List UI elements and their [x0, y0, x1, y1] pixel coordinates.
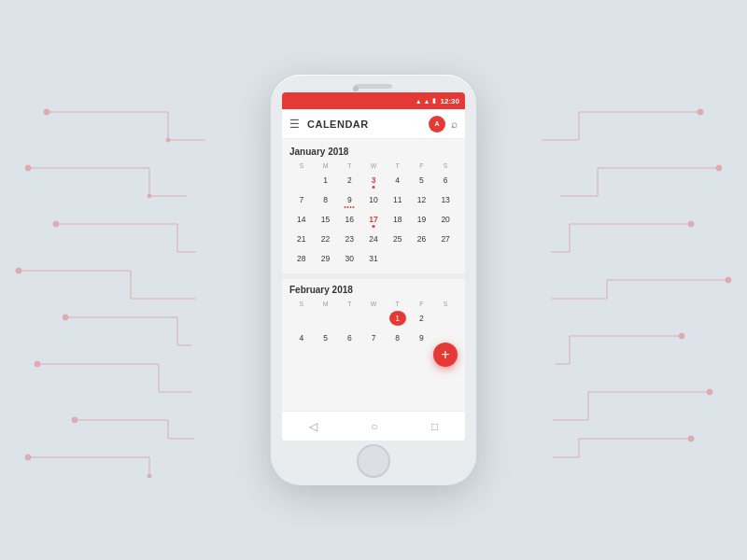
menu-icon[interactable]: ☰ — [289, 118, 300, 131]
feb-day-7[interactable]: 7 — [361, 329, 386, 347]
feb-day-6[interactable]: 6 — [337, 329, 361, 347]
jan-day-22[interactable]: 22 — [314, 230, 338, 248]
jan-day-31[interactable]: 31 — [361, 249, 386, 268]
feb-empty-3 — [337, 309, 361, 328]
feb-day-1[interactable]: 1 — [386, 309, 410, 328]
svg-point-55 — [707, 389, 712, 395]
jan-day-30[interactable]: 30 — [337, 249, 361, 268]
jan-day-10[interactable]: 10 — [361, 190, 386, 209]
day-header-w1: W — [361, 162, 386, 169]
avatar-button[interactable]: A — [429, 116, 445, 133]
feb-day-2[interactable]: 2 — [410, 309, 434, 328]
feb-header-f1: F — [410, 301, 434, 307]
jan-day-4[interactable]: 4 — [386, 171, 410, 189]
jan-day-19[interactable]: 19 — [410, 210, 434, 229]
day-header-f1: F — [410, 162, 434, 169]
svg-point-51 — [679, 333, 684, 339]
svg-point-3 — [44, 109, 49, 115]
search-button[interactable]: ⌕ — [451, 118, 458, 131]
feb-day-4[interactable]: 4 — [289, 329, 314, 347]
jan-day-8[interactable]: 8 — [314, 190, 338, 209]
jan-day-13[interactable]: 13 — [433, 190, 458, 209]
jan-day-12[interactable]: 12 — [410, 190, 434, 209]
app-bar-actions: A ⌕ — [429, 116, 458, 133]
february-title: February 2018 — [289, 285, 458, 295]
jan-day-24[interactable]: 24 — [361, 230, 386, 248]
svg-point-59 — [688, 436, 694, 441]
nav-back-button[interactable]: ◁ — [309, 420, 317, 433]
jan-week-3: 14 15 16 17 18 19 20 — [289, 210, 458, 229]
day-header-t1: T — [337, 162, 361, 169]
jan-day-26[interactable]: 26 — [410, 230, 434, 248]
jan-day-empty[interactable] — [289, 171, 314, 189]
jan-week-1: 1 2 3 4 5 6 — [289, 171, 458, 189]
jan-day-18[interactable]: 18 — [386, 210, 410, 229]
phone-screen: ▲ ▲ ▮ 12:30 ☰ CALENDAR A ⌕ January 2018 — [282, 92, 465, 441]
jan-day-5[interactable]: 5 — [410, 171, 434, 189]
jan-day-16[interactable]: 16 — [337, 210, 361, 229]
svg-point-16 — [16, 268, 21, 273]
svg-point-7 — [25, 165, 31, 171]
jan-day-14[interactable]: 14 — [289, 210, 314, 229]
svg-point-27 — [72, 417, 78, 423]
bottom-nav: ◁ ○ □ — [282, 411, 465, 441]
status-time: 12:30 — [441, 97, 459, 105]
day-header-s2: S — [433, 162, 458, 169]
calendar-content[interactable]: January 2018 S M T W T F S 1 2 3 4 — [282, 139, 465, 411]
app-title: CALENDAR — [307, 119, 429, 130]
day-header-m1: M — [314, 162, 338, 169]
jan-day-21[interactable]: 21 — [289, 230, 314, 248]
jan-day-20[interactable]: 20 — [433, 210, 458, 229]
svg-point-43 — [688, 221, 694, 227]
jan-day-25[interactable]: 25 — [386, 230, 410, 248]
feb-day-9[interactable]: 9 — [410, 329, 434, 347]
nav-home-button[interactable]: ○ — [371, 420, 377, 433]
jan-empty-1 — [386, 249, 410, 268]
jan-day-6[interactable]: 6 — [433, 171, 458, 189]
jan-day-11[interactable]: 11 — [386, 190, 410, 209]
jan-day-3[interactable]: 3 — [361, 171, 386, 189]
jan-day-17[interactable]: 17 — [361, 210, 386, 229]
svg-point-37 — [698, 109, 703, 115]
jan-day-15[interactable]: 15 — [314, 210, 338, 229]
jan-day-2[interactable]: 2 — [337, 171, 361, 189]
status-bar: ▲ ▲ ▮ 12:30 — [282, 92, 465, 109]
jan-day-7[interactable]: 7 — [289, 190, 314, 209]
feb-header-t2: T — [386, 301, 410, 307]
jan-day-1[interactable]: 1 — [314, 171, 338, 189]
avatar-initials: A — [434, 120, 439, 127]
feb-empty-2 — [314, 309, 338, 328]
phone-home-button[interactable] — [357, 444, 390, 478]
phone-shell: ▲ ▲ ▮ 12:30 ☰ CALENDAR A ⌕ January 2018 — [271, 75, 476, 485]
feb-day-8[interactable]: 8 — [386, 329, 410, 347]
jan-week-2: 7 8 9 10 11 12 13 — [289, 190, 458, 209]
fab-add-button[interactable]: + — [433, 343, 458, 367]
svg-point-4 — [166, 138, 170, 142]
svg-point-40 — [716, 165, 722, 171]
today-indicator[interactable]: 1 — [389, 311, 406, 326]
feb-week-2: 4 5 6 7 8 9 — [289, 329, 458, 347]
jan-empty-3 — [433, 249, 458, 268]
january-grid: S M T W T F S 1 2 3 4 5 6 — [289, 162, 458, 268]
month-divider — [282, 273, 465, 279]
nav-recent-button[interactable]: □ — [431, 420, 438, 433]
jan-day-27[interactable]: 27 — [433, 230, 458, 248]
february-headers: S M T W T F S — [289, 301, 458, 307]
battery-icon: ▮ — [432, 97, 436, 105]
phone-speaker — [355, 84, 392, 89]
jan-day-23[interactable]: 23 — [337, 230, 361, 248]
jan-day-9[interactable]: 9 — [337, 190, 361, 209]
feb-day-5[interactable]: 5 — [314, 329, 338, 347]
feb-header-t1: T — [337, 301, 361, 307]
february-grid: S M T W T F S 1 2 — [289, 301, 458, 347]
svg-point-31 — [25, 455, 31, 460]
app-bar: ☰ CALENDAR A ⌕ — [282, 109, 465, 139]
feb-header-s2: S — [433, 301, 458, 307]
jan-day-29[interactable]: 29 — [314, 249, 338, 268]
jan-day-28[interactable]: 28 — [289, 249, 314, 268]
wifi-icon: ▲ — [424, 98, 430, 105]
feb-empty-5 — [433, 309, 458, 328]
svg-point-33 — [148, 474, 151, 478]
svg-point-23 — [35, 361, 40, 367]
svg-point-48 — [726, 277, 731, 283]
